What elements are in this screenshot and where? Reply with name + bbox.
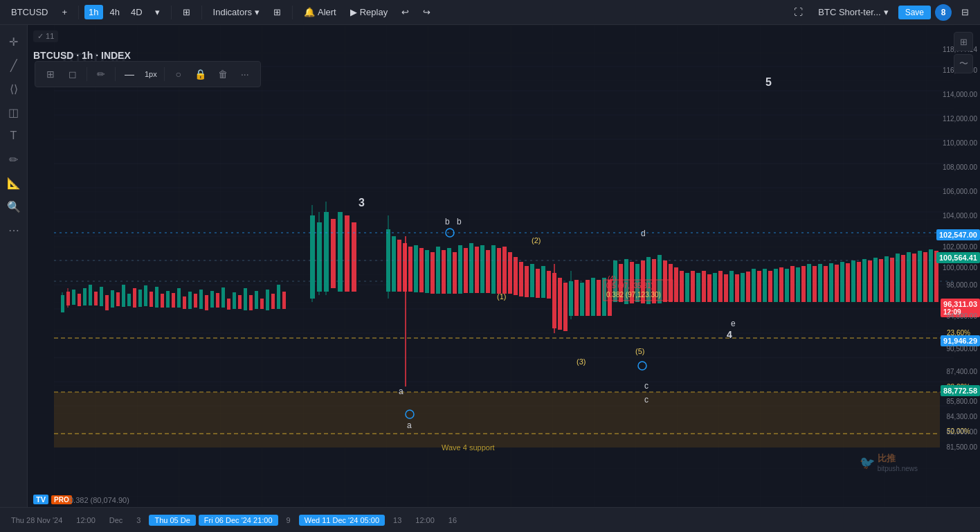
measure-tool[interactable]: 📐 — [3, 172, 25, 194]
svg-rect-41 — [155, 287, 158, 308]
timeframe-4d[interactable]: 4D — [127, 5, 147, 19]
panel-label-button[interactable]: BTC Short-ter... ▾ — [813, 4, 893, 20]
timeframe-4h[interactable]: 4h — [106, 5, 124, 19]
svg-rect-158 — [829, 263, 833, 302]
svg-rect-143 — [746, 272, 750, 302]
svg-rect-139 — [724, 274, 728, 302]
svg-rect-52 — [216, 293, 219, 308]
svg-text:d: d — [641, 229, 646, 238]
add-symbol-button[interactable]: + — [56, 4, 73, 20]
svg-rect-28 — [83, 288, 87, 305]
symbol-button[interactable]: BTCUSD — [6, 4, 53, 20]
svg-rect-87 — [447, 248, 451, 294]
svg-rect-86 — [442, 250, 446, 294]
svg-text:Wave 4 support: Wave 4 support — [442, 443, 495, 452]
bitpush-icon: 🐦 — [860, 455, 875, 470]
shape-tool[interactable]: ◻ — [63, 64, 82, 84]
svg-rect-170 — [896, 254, 900, 302]
svg-rect-101 — [525, 266, 529, 297]
svg-rect-78 — [397, 240, 401, 292]
svg-rect-53 — [221, 287, 225, 308]
save-button[interactable]: Save — [898, 6, 931, 19]
svg-rect-48 — [194, 294, 197, 308]
pattern-tool[interactable]: ◫ — [3, 101, 25, 123]
circle-tool[interactable]: ○ — [169, 64, 188, 84]
main-area: ✛ ╱ ⟨⟩ ◫ T ✏ 📐 🔍 ⋯ ✓ 11 BTCUSD BTCUSD · … — [0, 25, 980, 507]
templates-button[interactable]: ⊞ — [268, 4, 287, 20]
svg-rect-112 — [574, 280, 579, 316]
svg-text:50.00%: 50.00% — [947, 427, 970, 435]
svg-rect-138 — [718, 271, 723, 302]
svg-rect-89 — [458, 245, 462, 294]
svg-text:c: c — [644, 395, 648, 405]
more-tools[interactable]: ⋯ — [3, 219, 25, 241]
right-panel-toggle[interactable]: ⊟ — [956, 4, 974, 20]
svg-rect-173 — [912, 254, 916, 302]
svg-rect-98 — [508, 252, 512, 294]
svg-rect-82 — [419, 248, 424, 292]
magnet-tool[interactable]: ⊞ — [41, 64, 60, 84]
crosshair-tool[interactable]: ✛ — [3, 30, 25, 53]
svg-rect-148 — [774, 269, 778, 302]
svg-rect-152 — [796, 267, 800, 302]
timeframe-1h[interactable]: 1h — [84, 5, 102, 19]
lock-tool[interactable]: 🔒 — [191, 64, 210, 84]
zoom-tool[interactable]: 🔍 — [3, 195, 25, 218]
text-tool[interactable]: T — [3, 125, 25, 147]
time-thu05: Thu 05 De — [149, 515, 195, 526]
scale-auto-button[interactable]: ⊞ — [954, 32, 973, 51]
svg-rect-61 — [266, 290, 269, 310]
svg-rect-109 — [563, 283, 568, 331]
svg-rect-116 — [597, 280, 601, 316]
fib-tool[interactable]: ⟨⟩ — [3, 78, 25, 100]
svg-rect-177 — [934, 251, 938, 302]
svg-rect-135 — [702, 271, 706, 302]
svg-rect-19 — [54, 392, 940, 447]
undo-icon: ↩ — [401, 7, 409, 17]
svg-text:(5): (5) — [635, 347, 644, 355]
svg-rect-169 — [890, 258, 894, 302]
indicators-button[interactable]: Indicators ▾ — [208, 4, 265, 20]
timeframe-dropdown[interactable]: ▾ — [149, 4, 165, 20]
time-3: 3 — [131, 516, 146, 524]
svg-rect-55 — [233, 292, 236, 309]
svg-rect-104 — [541, 266, 545, 298]
svg-text:4: 4 — [727, 329, 732, 340]
line-tool[interactable]: ╱ — [3, 54, 25, 76]
user-avatar[interactable]: 8 — [935, 4, 952, 21]
undo-button[interactable]: ↩ — [396, 4, 415, 20]
svg-rect-37 — [133, 288, 136, 308]
line-px-label[interactable]: 1px — [142, 64, 160, 84]
svg-rect-151 — [790, 266, 795, 302]
pen-tool[interactable]: ✏ — [91, 64, 111, 84]
redo-button[interactable]: ↪ — [417, 4, 436, 20]
svg-rect-165 — [868, 260, 872, 302]
svg-rect-36 — [127, 294, 131, 306]
redo-icon: ↪ — [423, 7, 430, 17]
fullscreen-button[interactable]: ⛶ — [788, 4, 808, 20]
more-drawing-tools[interactable]: ··· — [235, 64, 255, 84]
replay-button[interactable]: ▶ Replay — [345, 4, 393, 20]
chart-scale-controls: ⊞ 〜 — [954, 32, 973, 73]
svg-rect-103 — [536, 269, 540, 298]
svg-rect-164 — [862, 259, 866, 302]
topbar: BTCUSD + 1h 4h 4D ▾ ⊞ Indicators ▾ ⊞ 🔔 A… — [0, 0, 980, 25]
svg-rect-50 — [205, 295, 208, 310]
svg-rect-56 — [238, 295, 242, 309]
chart-type-button[interactable]: ⊞ — [177, 4, 196, 20]
svg-text:3: 3 — [359, 197, 365, 209]
brush-tool[interactable]: ✏ — [3, 148, 25, 170]
left-toolbar: ✛ ╱ ⟨⟩ ◫ T ✏ 📐 🔍 ⋯ — [0, 25, 28, 507]
svg-text:b: b — [457, 217, 462, 227]
symbol-label: BTCUSD — [11, 7, 48, 17]
svg-rect-137 — [713, 273, 717, 302]
svg-rect-140 — [729, 271, 734, 302]
scale-wave-button[interactable]: 〜 — [954, 54, 973, 73]
separator-2 — [171, 6, 172, 19]
svg-rect-176 — [929, 249, 933, 302]
svg-rect-115 — [591, 278, 595, 316]
svg-rect-153 — [801, 266, 806, 302]
trash-tool[interactable]: 🗑 — [213, 64, 233, 84]
svg-rect-44 — [172, 293, 175, 308]
alert-button[interactable]: 🔔 Alert — [298, 4, 342, 20]
